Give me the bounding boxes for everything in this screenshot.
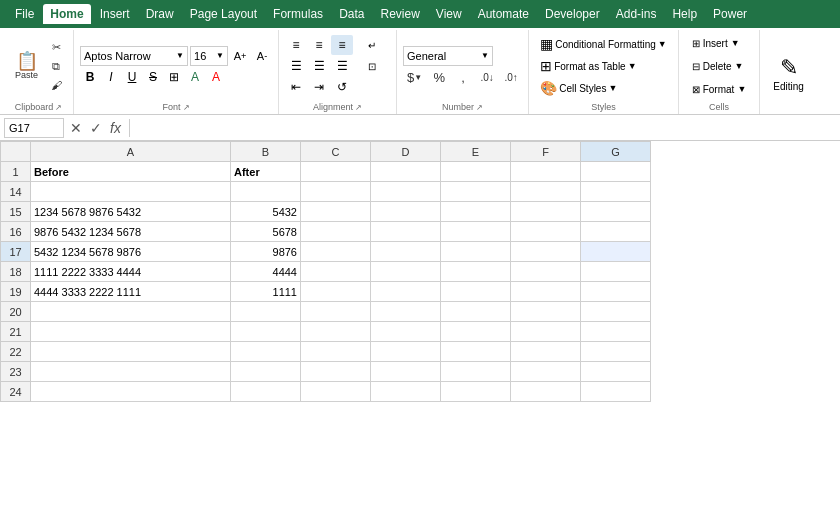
- cell-f22[interactable]: [511, 342, 581, 362]
- bold-button[interactable]: B: [80, 67, 100, 87]
- cell-b18[interactable]: 4444: [231, 262, 301, 282]
- menu-review[interactable]: Review: [373, 4, 426, 24]
- menu-formulas[interactable]: Formulas: [266, 4, 330, 24]
- row-header-16[interactable]: 16: [1, 222, 31, 242]
- cell-c17[interactable]: [301, 242, 371, 262]
- cell-c20[interactable]: [301, 302, 371, 322]
- cell-g23[interactable]: [581, 362, 651, 382]
- cell-e17[interactable]: [441, 242, 511, 262]
- font-color-button[interactable]: A: [206, 67, 226, 87]
- menu-home[interactable]: Home: [43, 4, 90, 24]
- cell-g19[interactable]: [581, 282, 651, 302]
- cell-b20[interactable]: [231, 302, 301, 322]
- cell-g24[interactable]: [581, 382, 651, 402]
- cell-d1[interactable]: [371, 162, 441, 182]
- cell-f1[interactable]: [511, 162, 581, 182]
- text-direction-button[interactable]: ↺: [331, 77, 353, 97]
- cell-e18[interactable]: [441, 262, 511, 282]
- cut-button[interactable]: ✂: [45, 38, 67, 56]
- cell-g22[interactable]: [581, 342, 651, 362]
- cell-a16[interactable]: 9876 5432 1234 5678: [31, 222, 231, 242]
- indent-increase-button[interactable]: ⇥: [308, 77, 330, 97]
- cell-a19[interactable]: 4444 3333 2222 1111: [31, 282, 231, 302]
- row-header-14[interactable]: 14: [1, 182, 31, 202]
- cell-e16[interactable]: [441, 222, 511, 242]
- col-header-a[interactable]: A: [31, 142, 231, 162]
- format-button[interactable]: ⊠ Format ▼: [685, 78, 754, 100]
- cell-a23[interactable]: [31, 362, 231, 382]
- cell-d17[interactable]: [371, 242, 441, 262]
- align-mid-left-button[interactable]: ☰: [285, 56, 307, 76]
- cell-d14[interactable]: [371, 182, 441, 202]
- italic-button[interactable]: I: [101, 67, 121, 87]
- cell-c24[interactable]: [301, 382, 371, 402]
- cell-f23[interactable]: [511, 362, 581, 382]
- cell-a24[interactable]: [31, 382, 231, 402]
- col-header-d[interactable]: D: [371, 142, 441, 162]
- border-button[interactable]: ⊞: [164, 67, 184, 87]
- alignment-expand-icon[interactable]: ↗: [355, 103, 362, 112]
- cell-g14[interactable]: [581, 182, 651, 202]
- cell-d23[interactable]: [371, 362, 441, 382]
- menu-view[interactable]: View: [429, 4, 469, 24]
- col-header-g[interactable]: G: [581, 142, 651, 162]
- cell-f15[interactable]: [511, 202, 581, 222]
- cell-g21[interactable]: [581, 322, 651, 342]
- cell-e15[interactable]: [441, 202, 511, 222]
- col-header-e[interactable]: E: [441, 142, 511, 162]
- cell-a22[interactable]: [31, 342, 231, 362]
- cell-g20[interactable]: [581, 302, 651, 322]
- cell-e22[interactable]: [441, 342, 511, 362]
- cell-e24[interactable]: [441, 382, 511, 402]
- font-expand-icon[interactable]: ↗: [183, 103, 190, 112]
- cell-f20[interactable]: [511, 302, 581, 322]
- cell-b21[interactable]: [231, 322, 301, 342]
- cell-f14[interactable]: [511, 182, 581, 202]
- cell-f17[interactable]: [511, 242, 581, 262]
- cell-c14[interactable]: [301, 182, 371, 202]
- cell-b15[interactable]: 5432: [231, 202, 301, 222]
- cell-g15[interactable]: [581, 202, 651, 222]
- cell-c15[interactable]: [301, 202, 371, 222]
- menu-insert[interactable]: Insert: [93, 4, 137, 24]
- cell-c22[interactable]: [301, 342, 371, 362]
- cell-b19[interactable]: 1111: [231, 282, 301, 302]
- fill-color-button[interactable]: A: [185, 67, 205, 87]
- cell-a14[interactable]: [31, 182, 231, 202]
- cell-b1[interactable]: After: [231, 162, 301, 182]
- row-header-18[interactable]: 18: [1, 262, 31, 282]
- comma-button[interactable]: ,: [452, 68, 474, 87]
- cell-a21[interactable]: [31, 322, 231, 342]
- decrease-decimal-button[interactable]: .0↓: [476, 68, 498, 86]
- delete-button[interactable]: ⊟ Delete ▼: [685, 55, 754, 77]
- formula-confirm-button[interactable]: ✓: [88, 120, 104, 136]
- cell-reference-box[interactable]: G17: [4, 118, 64, 138]
- font-size-dropdown[interactable]: 16 ▼: [190, 46, 228, 66]
- insert-button[interactable]: ⊞ Insert ▼: [685, 32, 754, 54]
- decrease-font-button[interactable]: A-: [252, 46, 272, 66]
- cell-g17[interactable]: [581, 242, 651, 262]
- currency-button[interactable]: $▼: [403, 68, 426, 87]
- underline-button[interactable]: U: [122, 67, 142, 87]
- cell-a15[interactable]: 1234 5678 9876 5432: [31, 202, 231, 222]
- cell-styles-button[interactable]: 🎨 Cell Styles ▼: [535, 77, 672, 99]
- menu-addins[interactable]: Add-ins: [609, 4, 664, 24]
- align-mid-center-button[interactable]: ☰: [308, 56, 330, 76]
- row-header-24[interactable]: 24: [1, 382, 31, 402]
- menu-developer[interactable]: Developer: [538, 4, 607, 24]
- row-header-22[interactable]: 22: [1, 342, 31, 362]
- cell-a18[interactable]: 1111 2222 3333 4444: [31, 262, 231, 282]
- menu-file[interactable]: File: [8, 4, 41, 24]
- cell-d16[interactable]: [371, 222, 441, 242]
- cell-c1[interactable]: [301, 162, 371, 182]
- formula-cancel-button[interactable]: ✕: [68, 120, 84, 136]
- wrap-text-button[interactable]: ↵: [354, 35, 390, 55]
- cell-d15[interactable]: [371, 202, 441, 222]
- number-format-dropdown[interactable]: General ▼: [403, 46, 493, 66]
- copy-button[interactable]: ⧉: [45, 57, 67, 75]
- cell-b14[interactable]: [231, 182, 301, 202]
- cell-c16[interactable]: [301, 222, 371, 242]
- cell-a1[interactable]: Before: [31, 162, 231, 182]
- menu-automate[interactable]: Automate: [471, 4, 536, 24]
- editing-button[interactable]: ✎ Editing: [766, 52, 811, 95]
